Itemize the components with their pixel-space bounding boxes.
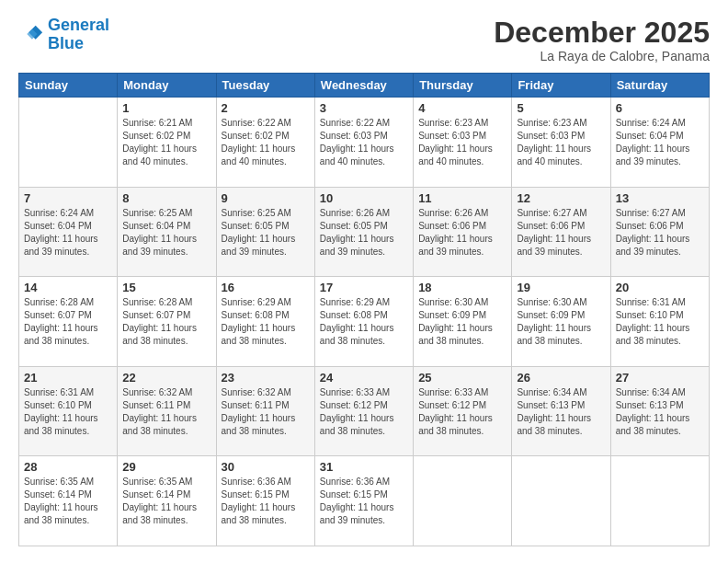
week-row-5: 28Sunrise: 6:35 AMSunset: 6:14 PMDayligh… — [19, 456, 710, 546]
cell-info: Sunrise: 6:32 AMSunset: 6:11 PMDaylight:… — [122, 386, 210, 438]
day-number: 19 — [517, 281, 605, 294]
calendar-cell: 13Sunrise: 6:27 AMSunset: 6:06 PMDayligh… — [610, 187, 709, 277]
cell-info: Sunrise: 6:23 AMSunset: 6:03 PMDaylight:… — [418, 117, 506, 168]
cell-info: Sunrise: 6:24 AMSunset: 6:04 PMDaylight:… — [616, 117, 704, 168]
logo-line2: Blue — [48, 34, 84, 52]
title-block: December 2025 La Raya de Calobre, Panama — [494, 17, 710, 63]
day-number: 1 — [122, 101, 210, 115]
logo-icon — [18, 22, 44, 48]
calendar-cell — [610, 456, 709, 546]
day-number: 15 — [122, 281, 210, 294]
day-number: 10 — [320, 191, 408, 205]
day-number: 14 — [24, 281, 112, 294]
cell-info: Sunrise: 6:27 AMSunset: 6:06 PMDaylight:… — [517, 207, 605, 259]
cell-info: Sunrise: 6:36 AMSunset: 6:15 PMDaylight:… — [320, 476, 408, 527]
day-number: 29 — [122, 460, 210, 474]
day-number: 22 — [122, 371, 210, 385]
day-number: 24 — [320, 371, 408, 385]
cell-info: Sunrise: 6:30 AMSunset: 6:09 PMDaylight:… — [517, 296, 605, 348]
cell-info: Sunrise: 6:35 AMSunset: 6:14 PMDaylight:… — [122, 476, 210, 527]
cell-info: Sunrise: 6:33 AMSunset: 6:12 PMDaylight:… — [320, 386, 408, 438]
cell-info: Sunrise: 6:34 AMSunset: 6:13 PMDaylight:… — [517, 386, 605, 438]
calendar-cell: 3Sunrise: 6:22 AMSunset: 6:03 PMDaylight… — [314, 98, 413, 188]
week-row-3: 14Sunrise: 6:28 AMSunset: 6:07 PMDayligh… — [19, 277, 710, 367]
calendar-cell: 26Sunrise: 6:34 AMSunset: 6:13 PMDayligh… — [512, 366, 610, 456]
calendar-cell: 2Sunrise: 6:22 AMSunset: 6:02 PMDaylight… — [216, 98, 314, 188]
calendar-cell: 16Sunrise: 6:29 AMSunset: 6:08 PMDayligh… — [216, 277, 314, 367]
cell-info: Sunrise: 6:33 AMSunset: 6:12 PMDaylight:… — [418, 386, 506, 438]
day-number: 26 — [517, 371, 605, 385]
cell-info: Sunrise: 6:28 AMSunset: 6:07 PMDaylight:… — [122, 296, 210, 348]
cell-info: Sunrise: 6:24 AMSunset: 6:04 PMDaylight:… — [24, 207, 112, 259]
cell-info: Sunrise: 6:34 AMSunset: 6:13 PMDaylight:… — [616, 386, 704, 438]
col-header-monday: Monday — [118, 74, 216, 98]
calendar-cell: 22Sunrise: 6:32 AMSunset: 6:11 PMDayligh… — [118, 366, 216, 456]
cell-info: Sunrise: 6:32 AMSunset: 6:11 PMDaylight:… — [222, 386, 310, 438]
week-row-1: 1Sunrise: 6:21 AMSunset: 6:02 PMDaylight… — [19, 98, 710, 188]
calendar-cell: 11Sunrise: 6:26 AMSunset: 6:06 PMDayligh… — [414, 187, 512, 277]
col-header-saturday: Saturday — [610, 74, 709, 98]
calendar-cell: 12Sunrise: 6:27 AMSunset: 6:06 PMDayligh… — [512, 187, 610, 277]
calendar-cell: 19Sunrise: 6:30 AMSunset: 6:09 PMDayligh… — [512, 277, 610, 367]
calendar-cell: 23Sunrise: 6:32 AMSunset: 6:11 PMDayligh… — [216, 366, 314, 456]
cell-info: Sunrise: 6:28 AMSunset: 6:07 PMDaylight:… — [24, 296, 112, 348]
calendar-cell: 5Sunrise: 6:23 AMSunset: 6:03 PMDaylight… — [512, 98, 610, 188]
day-number: 30 — [222, 460, 310, 474]
cell-info: Sunrise: 6:21 AMSunset: 6:02 PMDaylight:… — [122, 117, 210, 168]
cell-info: Sunrise: 6:26 AMSunset: 6:05 PMDaylight:… — [320, 207, 408, 259]
calendar-cell: 17Sunrise: 6:29 AMSunset: 6:08 PMDayligh… — [314, 277, 413, 367]
day-number: 18 — [418, 281, 506, 294]
cell-info: Sunrise: 6:31 AMSunset: 6:10 PMDaylight:… — [24, 386, 112, 438]
day-number: 9 — [222, 191, 310, 205]
day-number: 6 — [616, 101, 704, 115]
calendar-cell: 10Sunrise: 6:26 AMSunset: 6:05 PMDayligh… — [314, 187, 413, 277]
calendar-cell: 18Sunrise: 6:30 AMSunset: 6:09 PMDayligh… — [414, 277, 512, 367]
calendar-cell — [414, 456, 512, 546]
col-header-friday: Friday — [512, 74, 610, 98]
calendar-cell: 29Sunrise: 6:35 AMSunset: 6:14 PMDayligh… — [118, 456, 216, 546]
calendar-cell: 28Sunrise: 6:35 AMSunset: 6:14 PMDayligh… — [19, 456, 118, 546]
day-number: 23 — [222, 371, 310, 385]
day-number: 28 — [24, 460, 112, 474]
cell-info: Sunrise: 6:30 AMSunset: 6:09 PMDaylight:… — [418, 296, 506, 348]
col-header-wednesday: Wednesday — [314, 74, 413, 98]
logo-text: General Blue — [48, 17, 109, 53]
day-number: 20 — [616, 281, 704, 294]
day-number: 27 — [616, 371, 704, 385]
cell-info: Sunrise: 6:25 AMSunset: 6:04 PMDaylight:… — [122, 207, 210, 259]
cell-info: Sunrise: 6:25 AMSunset: 6:05 PMDaylight:… — [222, 207, 310, 259]
calendar-cell: 14Sunrise: 6:28 AMSunset: 6:07 PMDayligh… — [19, 277, 118, 367]
logo-line1: General — [48, 16, 109, 34]
day-number: 31 — [320, 460, 408, 474]
month-year: December 2025 — [494, 17, 710, 49]
day-number: 25 — [418, 371, 506, 385]
location: La Raya de Calobre, Panama — [494, 49, 710, 63]
cell-info: Sunrise: 6:31 AMSunset: 6:10 PMDaylight:… — [616, 296, 704, 348]
calendar-cell — [19, 98, 118, 188]
day-number: 12 — [517, 191, 605, 205]
day-number: 5 — [517, 101, 605, 115]
week-row-2: 7Sunrise: 6:24 AMSunset: 6:04 PMDaylight… — [19, 187, 710, 277]
calendar-table: SundayMondayTuesdayWednesdayThursdayFrid… — [18, 73, 710, 546]
calendar-cell: 24Sunrise: 6:33 AMSunset: 6:12 PMDayligh… — [314, 366, 413, 456]
cell-info: Sunrise: 6:23 AMSunset: 6:03 PMDaylight:… — [517, 117, 605, 168]
calendar-cell: 25Sunrise: 6:33 AMSunset: 6:12 PMDayligh… — [414, 366, 512, 456]
cell-info: Sunrise: 6:29 AMSunset: 6:08 PMDaylight:… — [222, 296, 310, 348]
calendar-cell: 9Sunrise: 6:25 AMSunset: 6:05 PMDaylight… — [216, 187, 314, 277]
calendar-cell: 15Sunrise: 6:28 AMSunset: 6:07 PMDayligh… — [118, 277, 216, 367]
day-number: 7 — [24, 191, 112, 205]
cell-info: Sunrise: 6:36 AMSunset: 6:15 PMDaylight:… — [222, 476, 310, 527]
calendar-cell: 8Sunrise: 6:25 AMSunset: 6:04 PMDaylight… — [118, 187, 216, 277]
col-header-thursday: Thursday — [414, 74, 512, 98]
calendar-cell: 1Sunrise: 6:21 AMSunset: 6:02 PMDaylight… — [118, 98, 216, 188]
page: General Blue December 2025 La Raya de Ca… — [0, 0, 728, 563]
calendar-cell: 30Sunrise: 6:36 AMSunset: 6:15 PMDayligh… — [216, 456, 314, 546]
cell-info: Sunrise: 6:22 AMSunset: 6:02 PMDaylight:… — [222, 117, 310, 168]
day-number: 16 — [222, 281, 310, 294]
col-header-sunday: Sunday — [19, 74, 118, 98]
calendar-cell: 6Sunrise: 6:24 AMSunset: 6:04 PMDaylight… — [610, 98, 709, 188]
cell-info: Sunrise: 6:35 AMSunset: 6:14 PMDaylight:… — [24, 476, 112, 527]
day-number: 11 — [418, 191, 506, 205]
day-number: 2 — [222, 101, 310, 115]
header: General Blue December 2025 La Raya de Ca… — [18, 17, 710, 63]
